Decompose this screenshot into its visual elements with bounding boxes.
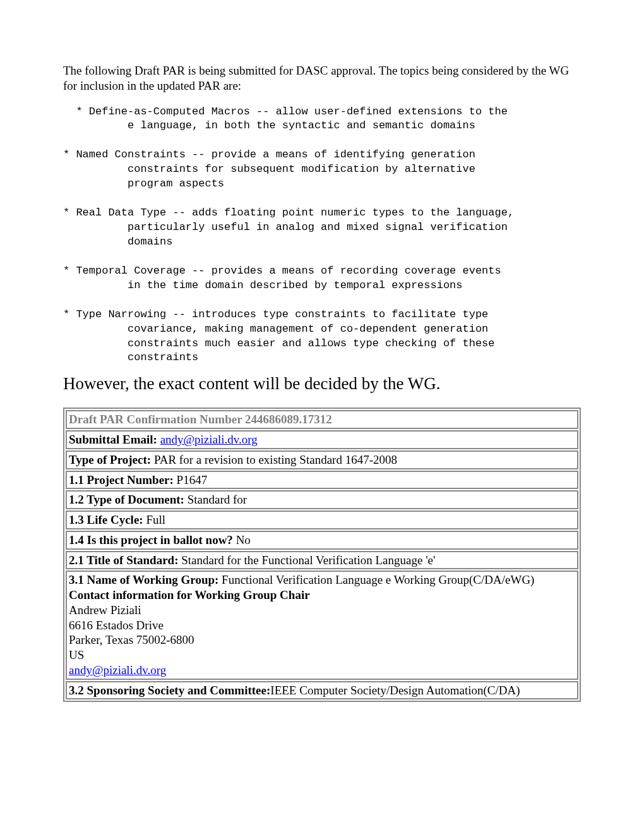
life-cycle-value: Full [146,513,165,526]
sponsoring-society-value: IEEE Computer Society/Design Automation(… [270,684,520,697]
title-of-standard-row: 2.1 Title of Standard: Standard for the … [66,551,578,570]
project-number-value: P1647 [177,473,208,486]
project-number-label: 1.1 Project Number: [69,473,177,486]
contact-addr1: 6616 Estados Drive [69,619,164,632]
working-group-row: 3.1 Name of Working Group: Functional Ve… [66,571,578,679]
life-cycle-label: 1.3 Life Cycle: [69,513,146,526]
type-of-project-label: Type of Project: [69,453,154,466]
par-table: Draft PAR Confirmation Number 244686089.… [63,408,581,702]
submittal-email-link[interactable]: andy@piziali.dv.org [160,433,258,446]
intro-paragraph: The following Draft PAR is being submitt… [63,63,581,94]
working-group-label: 3.1 Name of Working Group: [69,573,222,586]
contact-email-link[interactable]: andy@piziali.dv.org [69,663,166,677]
working-group-value: Functional Verification Language e Worki… [222,573,534,586]
contact-name: Andrew Piziali [69,603,141,617]
however-note: However, the exact content will be decid… [63,374,581,394]
type-of-project-row: Type of Project: PAR for a revision to e… [66,450,578,469]
sponsoring-society-row: 3.2 Sponsoring Society and Committee:IEE… [66,681,578,700]
ballot-row: 1.4 Is this project in ballot now? No [66,531,578,550]
topics-list: * Define-as-Computed Macros -- allow use… [63,105,581,366]
contact-country: US [69,648,84,662]
contact-info-label: Contact information for Working Group Ch… [69,588,310,601]
submittal-email-row: Submittal Email: andy@piziali.dv.org [66,430,578,449]
title-of-standard-value: Standard for the Functional Verification… [181,553,435,567]
ballot-value: No [236,533,251,547]
type-of-document-value: Standard for [188,493,247,506]
type-of-project-value: PAR for a revision to existing Standard … [154,453,397,466]
sponsoring-society-label: 3.2 Sponsoring Society and Committee: [69,684,270,697]
confirmation-row: Draft PAR Confirmation Number 244686089.… [66,410,578,429]
ballot-label: 1.4 Is this project in ballot now? [69,533,236,547]
title-of-standard-label: 2.1 Title of Standard: [69,553,181,567]
type-of-document-label: 1.2 Type of Document: [69,493,188,506]
confirmation-header: Draft PAR Confirmation Number 244686089.… [69,413,332,426]
submittal-email-label: Submittal Email: [69,433,160,446]
project-number-row: 1.1 Project Number: P1647 [66,471,578,490]
type-of-document-row: 1.2 Type of Document: Standard for [66,490,578,509]
contact-addr2: Parker, Texas 75002-6800 [69,633,194,646]
life-cycle-row: 1.3 Life Cycle: Full [66,511,578,529]
